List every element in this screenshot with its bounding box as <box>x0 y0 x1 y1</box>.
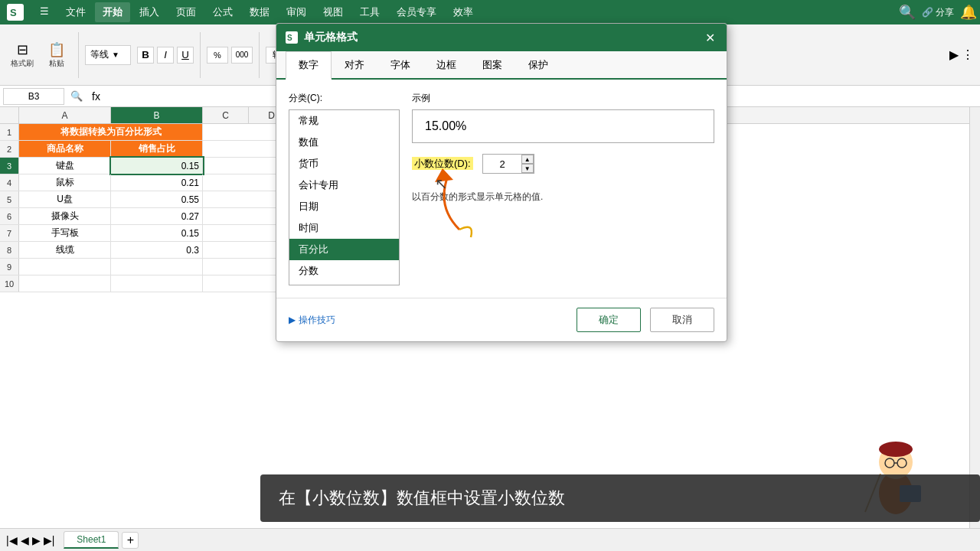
tab-pattern[interactable]: 图案 <box>469 51 515 80</box>
cancel-button[interactable]: 取消 <box>650 308 714 332</box>
help-text: 操作技巧 <box>299 314 335 327</box>
category-item-scientific[interactable]: 科学记数 <box>289 282 399 285</box>
dialog-tabs: 数字 对齐 字体 边框 图案 保护 <box>276 51 727 80</box>
preview-label: 示例 <box>412 92 714 105</box>
dialog-titlebar: S 单元格格式 ✕ <box>276 24 727 51</box>
decimal-spin-up[interactable]: ▲ <box>521 155 534 164</box>
tab-number[interactable]: 数字 <box>286 51 332 80</box>
category-item-number[interactable]: 数值 <box>289 132 399 153</box>
dialog-footer: ▶ 操作技巧 确定 取消 <box>276 298 727 341</box>
dialog-icon: S <box>286 31 298 44</box>
preview-box: 15.00% <box>412 109 714 143</box>
category-item-time[interactable]: 时间 <box>289 217 399 239</box>
decimal-input[interactable] <box>483 156 521 172</box>
dialog-overlay: S 单元格格式 ✕ 数字 对齐 字体 边框 图案 保护 分类(C): 常规 数值 <box>0 0 980 551</box>
category-item-accounting[interactable]: 会计专用 <box>289 174 399 196</box>
category-list[interactable]: 常规 数值 货币 会计专用 日期 时间 百分比 分数 科学记数 文本 特殊 自定… <box>289 109 400 285</box>
category-section: 分类(C): 常规 数值 货币 会计专用 日期 时间 百分比 分数 科学记数 文… <box>289 92 400 285</box>
tab-border[interactable]: 边框 <box>423 51 469 80</box>
ok-button[interactable]: 确定 <box>577 308 641 332</box>
tab-alignment[interactable]: 对齐 <box>332 51 377 80</box>
decimal-spinners: ▲ ▼ <box>521 155 534 173</box>
tab-protection[interactable]: 保护 <box>515 51 561 80</box>
dialog-title: 单元格格式 <box>304 31 358 44</box>
dialog-content: 分类(C): 常规 数值 货币 会计专用 日期 时间 百分比 分数 科学记数 文… <box>276 80 727 298</box>
dialog-right-panel: 示例 15.00% 小数位数(D): ▲ ▼ <box>412 92 714 285</box>
annotation-banner: 在【小数位数】数值框中设置小数位数 <box>260 474 980 522</box>
preview-section: 示例 15.00% <box>412 92 714 143</box>
annotation-text: 在【小数位数】数值框中设置小数位数 <box>279 488 565 507</box>
dialog-close-button[interactable]: ✕ <box>702 30 717 45</box>
category-item-fraction[interactable]: 分数 <box>289 260 399 282</box>
format-cells-dialog: S 单元格格式 ✕ 数字 对齐 字体 边框 图案 保护 分类(C): 常规 数值 <box>276 23 727 342</box>
decimal-label-highlighted: 小数位数(D): <box>412 157 473 170</box>
category-item-general[interactable]: 常规 <box>289 110 399 132</box>
category-item-date[interactable]: 日期 <box>289 196 399 217</box>
category-item-percentage[interactable]: 百分比 <box>289 239 399 260</box>
category-item-currency[interactable]: 货币 <box>289 153 399 174</box>
help-link[interactable]: ▶ 操作技巧 <box>289 308 335 332</box>
decimal-label: 小数位数(D): <box>412 157 473 171</box>
decimal-spin-down[interactable]: ▼ <box>521 164 534 173</box>
svg-text:S: S <box>287 34 292 42</box>
decimal-input-wrap: ▲ ▼ <box>482 154 534 174</box>
description-text: 以百分数的形式显示单元格的值. <box>412 191 714 204</box>
play-icon: ▶ <box>289 315 296 325</box>
preview-value: 15.00% <box>425 119 466 133</box>
tab-font[interactable]: 字体 <box>377 51 423 80</box>
category-label: 分类(C): <box>289 92 400 105</box>
decimal-row: 小数位数(D): ▲ ▼ <box>412 154 714 174</box>
